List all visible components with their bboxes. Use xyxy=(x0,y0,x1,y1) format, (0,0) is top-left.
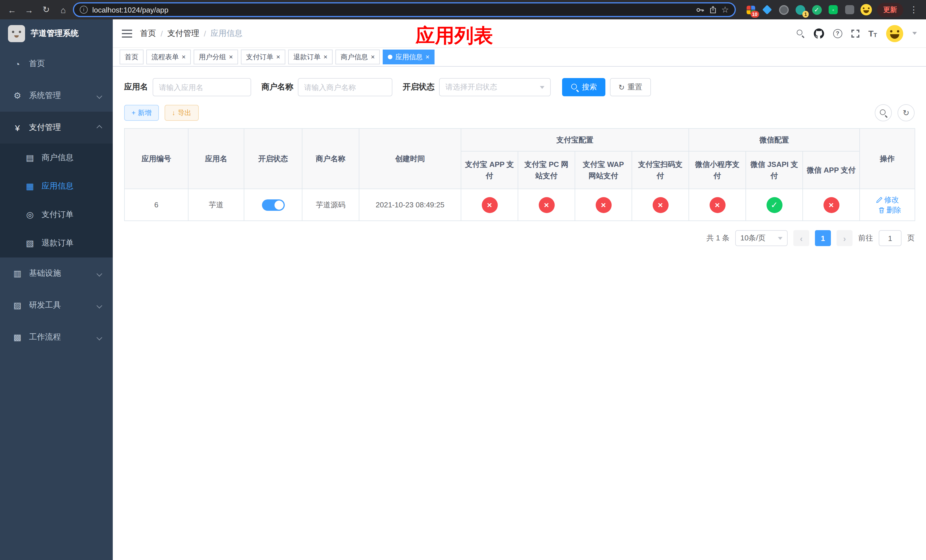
browser-update-button[interactable]: 更新 xyxy=(877,3,903,17)
breadcrumb-home[interactable]: 首页 xyxy=(140,28,156,38)
sidebar-item-app-info[interactable]: ▦ 应用信息 xyxy=(0,172,113,201)
tab-merchant-info[interactable]: 商户信息 × xyxy=(336,50,380,64)
sidebar-item-home[interactable]: ◔ 首页 xyxy=(0,48,113,80)
chevron-down-icon xyxy=(97,303,102,308)
search-icon[interactable] xyxy=(796,29,804,38)
toggle-search-button[interactable] xyxy=(875,104,892,121)
col-alipay-pc: 支付宝 PC 网站支付 xyxy=(518,151,575,189)
top-navbar: 首页 / 支付管理 / 应用信息 ? TT xyxy=(113,20,926,48)
app-shell: 芋道管理系统 ◔ 首页 ⚙ 系统管理 ¥ 支付管理 ▤ 商户信息 xyxy=(0,20,926,560)
extension-avatar-icon[interactable]: 1 xyxy=(794,4,806,15)
tab-refund-order[interactable]: 退款订单 × xyxy=(288,50,333,64)
browser-menu-icon[interactable]: ⋮ xyxy=(908,5,919,15)
tab-label: 用户分组 xyxy=(199,52,226,62)
url-text: localhost:1024/pay/app xyxy=(92,5,168,14)
close-icon[interactable]: × xyxy=(324,53,327,61)
extension-grid-icon[interactable]: 10 xyxy=(745,4,756,15)
share-icon[interactable] xyxy=(709,6,717,14)
refund-order-icon: ▧ xyxy=(25,238,35,248)
cell-merchant: 芋道源码 xyxy=(302,189,359,221)
breadcrumb-payment[interactable]: 支付管理 xyxy=(168,28,199,38)
breadcrumb-current: 应用信息 xyxy=(211,28,243,38)
sidebar-item-label: 退款订单 xyxy=(42,238,73,248)
page-size-select[interactable]: 10条/页 xyxy=(735,230,788,246)
goto-page-input[interactable] xyxy=(879,230,902,246)
sidebar-item-system[interactable]: ⚙ 系统管理 xyxy=(0,80,113,112)
browser-forward-icon[interactable]: → xyxy=(22,2,36,17)
sidebar-collapse-icon[interactable] xyxy=(122,29,132,37)
toolbar-right: ↻ xyxy=(875,104,915,121)
prev-page-button[interactable]: ‹ xyxy=(793,230,809,246)
help-icon[interactable]: ? xyxy=(833,29,842,38)
next-page-button[interactable]: › xyxy=(837,230,853,246)
infrastructure-icon: ▥ xyxy=(12,268,22,278)
browser-home-icon[interactable]: ⌂ xyxy=(56,2,71,17)
tab-pay-order[interactable]: 支付订单 × xyxy=(241,50,285,64)
tab-process-form[interactable]: 流程表单 × xyxy=(146,50,191,64)
sidebar-item-workflow[interactable]: ▩ 工作流程 xyxy=(0,321,113,353)
edit-link[interactable]: 修改 xyxy=(876,195,899,205)
close-icon[interactable]: × xyxy=(371,53,375,61)
sidebar-logo[interactable]: 芋道管理系统 xyxy=(0,20,113,48)
sidebar-item-label: 基础设施 xyxy=(29,268,61,278)
font-size-icon[interactable]: TT xyxy=(868,29,877,38)
col-actions: 操作 xyxy=(859,129,915,189)
refresh-table-button[interactable]: ↻ xyxy=(897,104,915,121)
tab-app-info[interactable]: 应用信息 × xyxy=(383,50,434,64)
merchant-name-input[interactable] xyxy=(298,78,392,96)
browser-reload-icon[interactable]: ↻ xyxy=(39,2,53,17)
sidebar-item-merchant-info[interactable]: ▤ 商户信息 xyxy=(0,144,113,172)
delete-label: 删除 xyxy=(887,205,901,215)
app-name-input[interactable] xyxy=(153,78,251,96)
close-icon[interactable]: × xyxy=(182,53,186,61)
extension-gem-icon[interactable] xyxy=(761,4,773,15)
page-number-button[interactable]: 1 xyxy=(815,230,831,246)
password-key-icon[interactable] xyxy=(696,5,704,14)
sidebar-item-pay-order[interactable]: ◎ 支付订单 xyxy=(0,201,113,229)
status-toggle[interactable] xyxy=(262,199,284,210)
bookmark-star-icon[interactable]: ☆ xyxy=(721,5,729,15)
col-wechat-mini: 微信小程序支付 xyxy=(689,151,746,189)
extension-dark-icon[interactable] xyxy=(778,4,789,15)
status-select[interactable]: 请选择开启状态 xyxy=(439,78,551,96)
sidebar-item-refund-order[interactable]: ▧ 退款订单 xyxy=(0,229,113,257)
tab-bar: 首页 流程表单 × 用户分组 × 支付订单 × 退款订单 × xyxy=(113,48,926,67)
close-icon[interactable]: × xyxy=(276,53,280,61)
fullscreen-icon[interactable] xyxy=(851,29,859,37)
tab-user-group[interactable]: 用户分组 × xyxy=(194,50,238,64)
browser-profile-avatar[interactable] xyxy=(861,4,872,15)
tab-label: 支付订单 xyxy=(246,52,273,62)
delete-link[interactable]: 删除 xyxy=(878,205,901,215)
export-button[interactable]: ↓ 导出 xyxy=(165,105,199,121)
close-icon[interactable]: × xyxy=(425,53,430,61)
gem-icon xyxy=(762,5,772,15)
avatar-dropdown-icon[interactable] xyxy=(912,32,917,35)
tab-home[interactable]: 首页 xyxy=(120,50,144,64)
page-annotation: 应用列表 xyxy=(416,23,493,49)
sidebar-item-infrastructure[interactable]: ▥ 基础设施 xyxy=(0,257,113,289)
browser-back-icon[interactable]: ← xyxy=(5,2,20,17)
download-icon: ↓ xyxy=(172,109,176,117)
extension-chat-icon[interactable]: ◦ xyxy=(828,4,839,15)
extension-check-icon[interactable]: ✓ xyxy=(811,4,822,15)
user-avatar[interactable] xyxy=(886,25,903,42)
status-label: 开启状态 xyxy=(402,82,434,92)
pay-order-icon: ◎ xyxy=(25,210,35,220)
emoji-face-icon xyxy=(861,4,872,15)
sidebar-item-devtools[interactable]: ▨ 研发工具 xyxy=(0,289,113,321)
search-button[interactable]: 搜索 xyxy=(562,78,605,96)
sidebar-item-payment[interactable]: ¥ 支付管理 xyxy=(0,112,113,144)
chevron-down-icon xyxy=(778,237,782,239)
col-created: 创建时间 xyxy=(359,129,461,189)
app-name-label: 应用名 xyxy=(124,82,148,92)
site-info-icon[interactable]: i xyxy=(80,6,88,14)
reset-button[interactable]: ↻ 重置 xyxy=(610,78,651,96)
close-icon[interactable]: × xyxy=(229,53,233,61)
github-icon[interactable] xyxy=(814,28,824,38)
col-app-id: 应用编号 xyxy=(124,129,188,189)
cell-created: 2021-10-23 08:49:25 xyxy=(359,189,461,221)
address-bar[interactable]: i localhost:1024/pay/app ☆ xyxy=(73,2,736,17)
add-button[interactable]: + 新增 xyxy=(124,105,159,121)
status-icon: × xyxy=(823,197,839,213)
extension-puzzle-icon[interactable] xyxy=(844,4,855,15)
